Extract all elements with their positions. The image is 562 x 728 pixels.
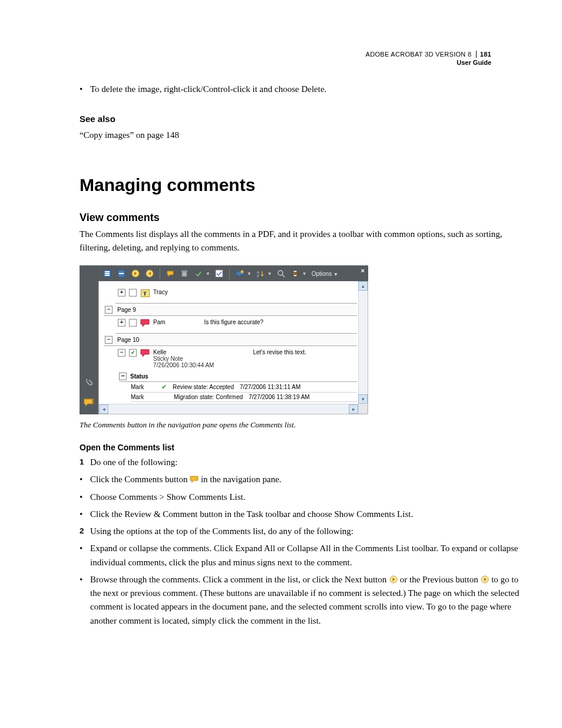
delete-image-instruction: To delete the image, right-click/Control…	[90, 83, 326, 96]
svg-rect-9	[181, 271, 187, 272]
see-also-link[interactable]: “Copy images” on page 148	[80, 129, 521, 142]
bullet-icon: •	[80, 490, 90, 504]
dropdown-icon[interactable]: ▼	[247, 271, 252, 276]
scroll-left-button[interactable]: ◂	[99, 404, 108, 414]
status-label: Status	[130, 373, 148, 380]
svg-point-14	[278, 271, 283, 275]
svg-text:T: T	[143, 291, 147, 297]
step-bullet-text: Click the Review & Comment button in the…	[90, 508, 413, 521]
comment-row[interactable]: + Pam Is this figure accurate?	[115, 316, 357, 334]
delete-icon[interactable]	[179, 268, 190, 279]
sort-icon[interactable]: AZ	[255, 268, 266, 279]
comment-text: Let's revise this text.	[253, 349, 306, 355]
section-heading: Managing comments	[80, 175, 521, 195]
procedure-heading: Open the Comments list	[80, 443, 521, 452]
collapse-icon[interactable]: −	[118, 349, 125, 357]
scrollbar-corner	[358, 404, 368, 414]
text-annotation-icon: T	[140, 289, 150, 297]
checkbox[interactable]	[129, 319, 137, 327]
search-toolbar-icon[interactable]	[276, 268, 286, 279]
reply-icon[interactable]	[165, 268, 176, 279]
status-timestamp: 7/27/2006 11:31:11 AM	[240, 384, 300, 390]
step-text: Do one of the following:	[90, 456, 177, 469]
attachment-icon[interactable]	[84, 377, 94, 387]
expand-all-icon[interactable]	[102, 268, 113, 279]
scroll-down-button[interactable]: ▾	[358, 394, 368, 404]
show-icon[interactable]	[234, 268, 245, 279]
product-name: ADOBE ACROBAT 3D VERSION 8	[366, 51, 472, 58]
svg-rect-17	[293, 271, 297, 272]
page-group-header[interactable]: − Page 9	[104, 304, 357, 316]
previous-button-icon	[480, 575, 489, 583]
page-label: Page 9	[117, 307, 136, 313]
figure-caption: The Comments button in the navigation pa…	[80, 420, 521, 430]
dropdown-icon[interactable]: ▼	[206, 271, 210, 276]
comments-list-figure: ▼ ▼ AZ ▼ ▼ Options ▼ × ▴	[80, 265, 368, 414]
sticky-note-icon	[140, 349, 150, 357]
svg-rect-2	[105, 273, 110, 274]
collapse-all-icon[interactable]	[116, 268, 127, 279]
navigation-pane	[80, 266, 98, 414]
svg-rect-5	[119, 273, 124, 274]
print-icon[interactable]	[290, 268, 300, 279]
status-row: Mark ✔ Review state: Accepted 7/27/2006 …	[131, 382, 357, 393]
page-group-header[interactable]: − Page 10	[104, 334, 357, 346]
comment-author: Kelle	[153, 349, 214, 355]
checkbox[interactable]	[129, 289, 137, 297]
svg-line-15	[282, 275, 285, 277]
checkbox-checked[interactable]: ✔	[129, 349, 137, 357]
set-status-icon[interactable]	[193, 268, 204, 279]
header-subtitle: User Guide	[366, 58, 491, 67]
checkmark-icon[interactable]	[214, 268, 224, 279]
accepted-icon: ✔	[161, 383, 167, 391]
step-bullet-text: Click the Comments button in the navigat…	[90, 473, 282, 486]
step-number: 2	[80, 525, 90, 538]
scrollbar-track[interactable]	[358, 291, 368, 394]
dropdown-icon[interactable]: ▼	[267, 271, 272, 276]
view-comments-description: The Comments list displays all the comme…	[80, 228, 521, 255]
bullet-icon: •	[80, 542, 90, 569]
status-author: Mark	[131, 394, 156, 400]
dropdown-icon[interactable]: ▼	[302, 271, 307, 276]
bullet-icon: •	[80, 473, 90, 486]
options-menu[interactable]: Options ▼	[312, 271, 338, 277]
collapse-icon[interactable]: −	[105, 336, 113, 344]
bullet-icon: •	[80, 573, 90, 628]
svg-rect-10	[216, 270, 223, 277]
comments-nav-icon[interactable]	[84, 398, 94, 409]
step-bullet-text: Browse through the comments. Click a com…	[90, 573, 521, 628]
scroll-up-button[interactable]: ▴	[358, 281, 368, 291]
page-label: Page 10	[117, 337, 139, 343]
status-timestamp: 7/27/2006 11:38:19 AM	[249, 394, 309, 400]
status-group-header[interactable]: − Status	[119, 371, 357, 382]
subsection-heading: View comments	[80, 212, 521, 224]
svg-rect-3	[105, 275, 110, 276]
comment-author: Pam	[153, 319, 166, 325]
comment-author: Tracy	[153, 289, 168, 295]
close-icon[interactable]: ×	[361, 266, 365, 274]
status-author: Mark	[131, 384, 156, 390]
step-number: 1	[80, 456, 90, 469]
see-also-heading: See also	[80, 114, 521, 124]
step-bullet-text: Choose Comments > Show Comments List.	[90, 490, 245, 504]
next-comment-icon[interactable]	[130, 268, 141, 279]
scroll-right-button[interactable]: ▸	[349, 404, 358, 414]
comment-row[interactable]: + T Tracy	[115, 286, 357, 304]
svg-rect-18	[293, 275, 297, 276]
collapse-icon[interactable]: −	[119, 373, 127, 380]
comment-text: Is this figure accurate?	[204, 319, 264, 325]
status-state: Review state: Accepted	[173, 384, 234, 390]
svg-text:Z: Z	[257, 274, 259, 278]
comment-type: Sticky Note	[153, 355, 214, 362]
bullet-icon: •	[80, 508, 90, 521]
previous-comment-icon[interactable]	[144, 268, 155, 279]
page-number: 181	[476, 51, 491, 58]
comment-row[interactable]: − ✔ Kelle Sticky Note 7/26/2006 10:30:44…	[115, 346, 357, 371]
status-row: Mark Migration state: Confirmed 7/27/200…	[131, 393, 357, 402]
expand-icon[interactable]: +	[118, 289, 125, 297]
expand-icon[interactable]: +	[118, 319, 125, 327]
comments-list-body: ▴ ▾ ◂ ▸ +	[98, 281, 368, 414]
collapse-icon[interactable]: −	[105, 306, 113, 314]
svg-rect-1	[105, 271, 110, 272]
svg-point-11	[240, 271, 243, 274]
